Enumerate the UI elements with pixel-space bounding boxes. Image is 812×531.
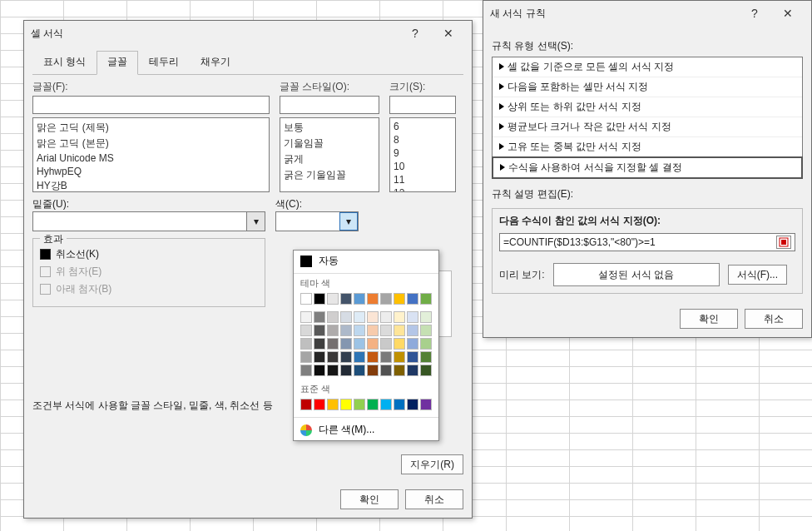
tab-font[interactable]: 글꼴 — [97, 51, 138, 75]
color-swatch[interactable] — [327, 311, 339, 323]
rule-type-item[interactable]: 수식을 사용하여 서식을 지정할 셀 결정 — [492, 156, 803, 179]
color-swatch[interactable] — [394, 311, 405, 323]
list-item[interactable]: 맑은 고딕 (제목) — [35, 120, 267, 136]
color-swatch[interactable] — [420, 325, 432, 336]
list-item[interactable]: 맑은 고딕 (본문) — [35, 136, 267, 151]
style-list[interactable]: 보통기울임꼴굵게굵은 기울임꼴 — [280, 117, 379, 192]
color-swatch[interactable] — [367, 311, 379, 323]
help-button[interactable]: ? — [738, 2, 771, 25]
color-swatch[interactable] — [354, 351, 365, 363]
close-button[interactable]: ✕ — [771, 2, 805, 25]
color-swatch[interactable] — [367, 293, 379, 305]
list-item[interactable]: 기울임꼴 — [282, 136, 377, 151]
cancel-button[interactable]: 취소 — [745, 309, 803, 329]
color-swatch[interactable] — [367, 338, 379, 350]
more-colors-item[interactable]: 다른 색(M)... — [294, 419, 438, 440]
rule-type-item[interactable]: 셀 값을 기준으로 모든 셀의 서식 지정 — [493, 57, 802, 77]
color-swatch[interactable] — [340, 325, 352, 336]
color-swatch[interactable] — [300, 325, 312, 336]
style-input[interactable] — [280, 96, 379, 114]
color-swatch[interactable] — [420, 351, 432, 363]
list-item[interactable]: HyhwpEQ — [35, 165, 267, 178]
font-input[interactable] — [32, 96, 270, 114]
list-item[interactable]: 12 — [392, 186, 453, 192]
clear-button[interactable]: 지우기(R) — [401, 454, 463, 474]
auto-color-item[interactable]: 자동 — [294, 251, 438, 271]
color-swatch[interactable] — [380, 293, 392, 305]
color-swatch[interactable] — [300, 293, 312, 305]
rule-type-item[interactable]: 상위 또는 하위 값만 서식 지정 — [493, 97, 802, 117]
color-swatch[interactable] — [407, 351, 418, 363]
color-swatch[interactable] — [314, 399, 325, 410]
color-swatch[interactable] — [340, 338, 352, 350]
color-swatch[interactable] — [380, 325, 392, 336]
color-swatch[interactable] — [380, 399, 392, 410]
color-swatch[interactable] — [340, 293, 352, 305]
color-combo[interactable]: ▾ — [275, 211, 359, 231]
color-swatch[interactable] — [367, 325, 379, 336]
color-swatch[interactable] — [327, 338, 339, 350]
strike-checkbox[interactable]: 취소선(K) — [40, 247, 258, 261]
color-swatch[interactable] — [420, 338, 432, 350]
chevron-down-icon[interactable]: ▾ — [339, 212, 358, 231]
color-swatch[interactable] — [367, 399, 379, 410]
color-swatch[interactable] — [314, 325, 325, 336]
formula-input[interactable]: =COUNTIF($D13:$G13,"<80")>=1 — [499, 233, 795, 251]
color-swatch[interactable] — [420, 399, 432, 410]
color-swatch[interactable] — [380, 365, 392, 376]
color-swatch[interactable] — [300, 351, 312, 363]
size-input[interactable] — [389, 96, 456, 114]
color-swatch[interactable] — [407, 311, 418, 323]
color-swatch[interactable] — [367, 351, 379, 363]
color-swatch[interactable] — [394, 351, 405, 363]
color-swatch[interactable] — [340, 311, 352, 323]
list-item[interactable]: 보통 — [282, 120, 377, 136]
close-button[interactable]: ✕ — [432, 22, 465, 45]
color-swatch[interactable] — [300, 399, 312, 410]
list-item[interactable]: 굵은 기울임꼴 — [282, 167, 377, 183]
font-list[interactable]: 맑은 고딕 (제목)맑은 고딕 (본문)Arial Unicode MSHyhw… — [32, 117, 270, 192]
color-swatch[interactable] — [407, 293, 418, 305]
color-swatch[interactable] — [420, 365, 432, 376]
color-swatch[interactable] — [340, 399, 352, 410]
rule-type-list[interactable]: 셀 값을 기준으로 모든 셀의 서식 지정다음을 포함하는 셀만 서식 지정상위… — [492, 57, 803, 179]
color-swatch[interactable] — [367, 365, 379, 376]
chevron-down-icon[interactable]: ▾ — [246, 212, 265, 231]
color-swatch[interactable] — [327, 325, 339, 336]
tab-border[interactable]: 테두리 — [138, 51, 190, 74]
list-item[interactable]: Arial Unicode MS — [35, 151, 267, 165]
color-swatch[interactable] — [380, 311, 392, 323]
color-swatch[interactable] — [354, 365, 365, 376]
color-swatch[interactable] — [407, 338, 418, 350]
color-swatch[interactable] — [300, 311, 312, 323]
color-swatch[interactable] — [300, 365, 312, 376]
cancel-button[interactable]: 취소 — [405, 489, 463, 509]
color-swatch[interactable] — [314, 293, 325, 305]
color-swatch[interactable] — [327, 293, 339, 305]
color-swatch[interactable] — [314, 365, 325, 376]
rule-type-item[interactable]: 평균보다 크거나 작은 값만 서식 지정 — [493, 117, 802, 137]
color-swatch[interactable] — [340, 365, 352, 376]
help-button[interactable]: ? — [399, 22, 432, 45]
color-swatch[interactable] — [327, 351, 339, 363]
color-swatch[interactable] — [327, 365, 339, 376]
color-swatch[interactable] — [407, 325, 418, 336]
color-swatch[interactable] — [340, 351, 352, 363]
color-swatch[interactable] — [394, 325, 405, 336]
color-swatch[interactable] — [354, 293, 365, 305]
range-selector-button[interactable] — [776, 236, 791, 249]
color-swatch[interactable] — [314, 338, 325, 350]
rule-type-item[interactable]: 다음을 포함하는 셀만 서식 지정 — [493, 77, 802, 97]
color-swatch[interactable] — [314, 351, 325, 363]
color-swatch[interactable] — [354, 325, 365, 336]
format-button[interactable]: 서식(F)... — [728, 265, 787, 285]
color-swatch[interactable] — [407, 365, 418, 376]
list-item[interactable]: 8 — [392, 133, 453, 146]
tab-fill[interactable]: 채우기 — [190, 51, 241, 74]
list-item[interactable]: 9 — [392, 146, 453, 160]
ok-button[interactable]: 확인 — [680, 309, 738, 329]
list-item[interactable]: 10 — [392, 160, 453, 173]
tab-number[interactable]: 표시 형식 — [32, 51, 97, 74]
list-item[interactable]: 11 — [392, 173, 453, 186]
color-swatch[interactable] — [300, 338, 312, 350]
